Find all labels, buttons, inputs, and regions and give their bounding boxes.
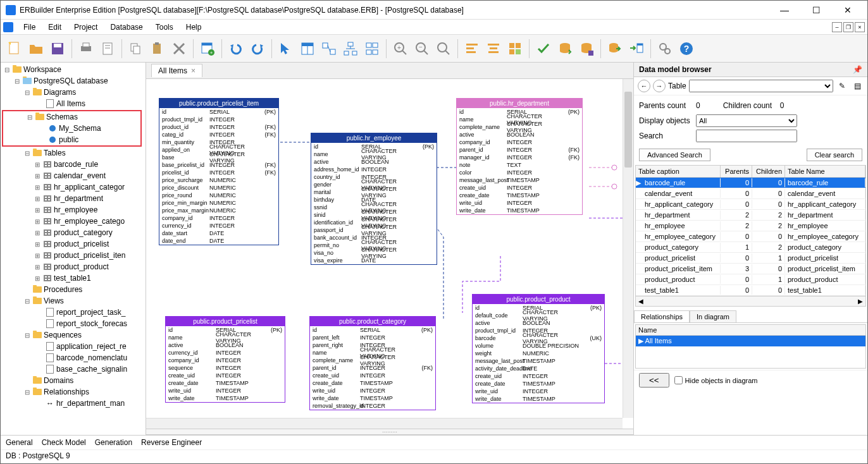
new-file-icon[interactable] (4, 39, 25, 59)
tab-all-items[interactable]: All Items× (151, 64, 202, 77)
tree-table-item[interactable]: ⊞product_product (1, 261, 146, 272)
tree-table-item[interactable]: ⊞barcode_rule (1, 159, 146, 170)
table-tool-icon[interactable] (297, 39, 318, 59)
grid-row[interactable]: product_category12product_category (636, 242, 865, 253)
tab-generation[interactable]: Generation (95, 438, 132, 447)
adv-search-button[interactable]: Advanced Search (639, 149, 710, 161)
tree-relationships[interactable]: ⊟Relationships (1, 386, 146, 398)
col-caption[interactable]: Table caption (636, 166, 721, 177)
menu-database[interactable]: Database (104, 21, 149, 33)
display-select[interactable]: All (696, 114, 797, 127)
col-children[interactable]: Children (752, 166, 785, 177)
entity-pricelist-item[interactable]: public.product_pricelist_item idSERIAL(P… (159, 98, 279, 245)
entity-product-category[interactable]: public.product_category idSERIAL(PK)pare… (309, 316, 436, 410)
entity-pricelist[interactable]: public.product_pricelist idSERIAL(PK)nam… (165, 316, 285, 403)
copy-icon[interactable] (126, 39, 146, 59)
grid-scroll[interactable]: ◀▶ (636, 296, 865, 306)
hide-objects-checkbox[interactable]: Hide objects in diagram (674, 376, 758, 384)
more-icon[interactable]: ▤ (851, 80, 864, 92)
tree-my-schema[interactable]: My_Schema (3, 123, 140, 134)
tree-seq-item[interactable]: application_reject_re (1, 341, 146, 352)
tree-seq-item[interactable]: base_cache_signalin (1, 363, 146, 375)
tree-table-item[interactable]: ⊞hr_employee (1, 204, 146, 216)
tree-views[interactable]: ⊟Views (1, 295, 146, 307)
mdi-close-icon[interactable]: × (855, 22, 865, 32)
sublist[interactable]: Name ▶ All Items (635, 324, 866, 369)
menu-tools[interactable]: Tools (149, 21, 180, 33)
delete-icon[interactable] (169, 39, 189, 59)
tree-rel-item[interactable]: ↔hr_department_man (1, 398, 146, 409)
minimize-button[interactable]: — (770, 1, 799, 19)
collapse-button[interactable]: << (639, 373, 669, 388)
tree-table-item[interactable]: ⊞test_table1 (1, 272, 146, 284)
grid-row[interactable]: ▶barcode_rule00barcode_rule (636, 178, 865, 188)
sublist-item[interactable]: ▶ All Items (636, 336, 865, 346)
tree-procedures[interactable]: Procedures (1, 284, 146, 295)
menu-help[interactable]: Help (180, 21, 208, 33)
undo-icon[interactable] (226, 39, 246, 59)
grid-row[interactable]: hr_applicant_category00hr_applicant_cate… (636, 199, 865, 210)
splitter[interactable]: ⋯⋯⋯ (146, 429, 633, 435)
open-folder-icon[interactable] (26, 39, 46, 59)
tree-table-item[interactable]: ⊞calendar_event (1, 170, 146, 181)
relation-icon[interactable] (319, 39, 339, 59)
redo-icon[interactable] (247, 39, 268, 59)
settings-icon[interactable] (655, 39, 675, 59)
tree-public[interactable]: public (3, 134, 140, 145)
tree-table-item[interactable]: ⊞product_pricelist (1, 238, 146, 250)
tab-check-model[interactable]: Check Model (42, 438, 86, 447)
tab-reverse-engineer[interactable]: Reverse Engineer (141, 438, 202, 447)
tree-table-item[interactable]: ⊞hr_applicant_categor (1, 181, 146, 193)
grid-row[interactable]: product_product01product_product (636, 274, 865, 285)
maximize-button[interactable]: ☐ (802, 1, 831, 19)
entity-product-product[interactable]: public.product_product idSERIAL(PK)defau… (472, 294, 605, 403)
close-button[interactable]: ✕ (833, 1, 862, 19)
tree-all-items[interactable]: All Items (1, 98, 146, 109)
align-left-icon[interactable] (462, 39, 482, 59)
inherit-icon[interactable] (340, 39, 361, 59)
grid-row[interactable]: calendar_event00calendar_event (636, 188, 865, 199)
grid-row[interactable]: hr_employee22hr_employee (636, 221, 865, 231)
mdi-minimize-icon[interactable]: – (832, 22, 842, 32)
zoom-out-icon[interactable]: − (412, 39, 432, 59)
tree[interactable]: ⊟Workspace ⊟PostgreSQL database ⊟Diagram… (1, 63, 146, 435)
clear-search-button[interactable]: Clear search (807, 149, 862, 161)
tree-seq-item[interactable]: barcode_nomenclatu (1, 352, 146, 363)
search-input[interactable] (696, 130, 797, 142)
tree-table-item[interactable]: ⊞product_category (1, 227, 146, 238)
db-export-icon[interactable] (626, 39, 647, 59)
tree-view-item[interactable]: report_project_task_ (1, 307, 146, 318)
edit-icon[interactable]: ✎ (836, 80, 848, 92)
menu-edit[interactable]: Edit (42, 21, 68, 33)
layout-icon[interactable] (505, 39, 525, 59)
grid-row[interactable]: test_table100test_table1 (636, 285, 865, 296)
db-import-icon[interactable] (605, 39, 625, 59)
diagram-canvas[interactable]: public.product_pricelist_item idSERIAL(P… (146, 79, 633, 429)
tab-general[interactable]: General (6, 438, 33, 447)
grid-row[interactable]: hr_department22hr_department (636, 210, 865, 221)
tree-tables[interactable]: ⊟Tables (1, 147, 146, 159)
nav-fwd-icon[interactable]: → (653, 80, 666, 92)
tree-db[interactable]: ⊟PostgreSQL database (1, 75, 146, 87)
menu-file[interactable]: File (17, 21, 42, 33)
db-up-icon[interactable] (555, 39, 575, 59)
tree-table-item[interactable]: ⊞hr_department (1, 193, 146, 204)
align-center-icon[interactable] (483, 39, 504, 59)
tree-table-item[interactable]: ⊞hr_employee_catego (1, 216, 146, 227)
tree-domains[interactable]: Domains (1, 375, 146, 386)
entity-hr-employee[interactable]: public.hr_employee idSERIAL(PK)nameCHARA… (311, 133, 437, 265)
menu-project[interactable]: Project (68, 21, 104, 33)
col-parents[interactable]: Parents (721, 166, 752, 177)
table-select[interactable] (689, 80, 833, 92)
grid-row[interactable]: hr_employee_category00hr_employee_catego… (636, 231, 865, 242)
tree-view-item[interactable]: report_stock_forecas (1, 318, 146, 329)
tree-sequences[interactable]: ⊟Sequences (1, 329, 146, 341)
pointer-icon[interactable] (276, 39, 296, 59)
col-tablename[interactable]: Table Name (785, 166, 865, 177)
save-disk-icon[interactable] (47, 39, 68, 59)
entity-hr-department[interactable]: public.hr_department idSERIAL(PK)nameCHA… (456, 98, 583, 215)
grid-row[interactable]: product_pricelist_item30product_pricelis… (636, 264, 865, 274)
pin-icon[interactable]: 📌 (853, 65, 862, 74)
tab-close-icon[interactable]: × (191, 66, 195, 75)
tree-workspace[interactable]: ⊟Workspace (1, 64, 146, 75)
